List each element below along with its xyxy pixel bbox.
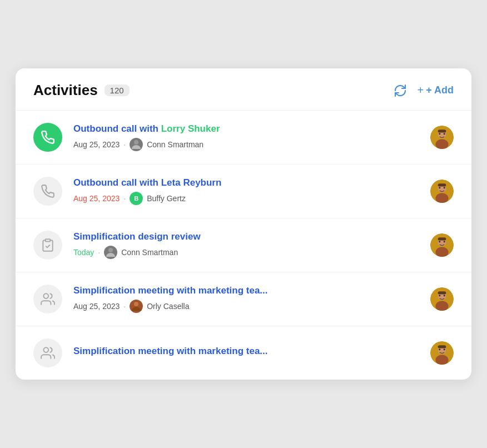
activity-content-4: Simplification meeting with marketing te… <box>73 285 419 313</box>
activity-count-badge: 120 <box>105 84 130 96</box>
svg-point-34 <box>444 349 445 350</box>
page-title: Activities <box>33 82 98 99</box>
activity-icon-group-2 <box>33 339 62 367</box>
activity-date-1: Aug 25, 2023 <box>73 140 120 149</box>
svg-point-0 <box>134 140 138 145</box>
activity-content-2: Outbound call with Leta Reyburn Aug 25, … <box>73 177 419 205</box>
activity-icon-group <box>33 285 62 313</box>
activity-item-4[interactable]: Simplification meeting with marketing te… <box>16 272 471 326</box>
activity-title-5: Simplification meeting with marketing te… <box>73 346 419 357</box>
title-person-1: Lorry Shuker <box>161 123 220 134</box>
svg-rect-12 <box>438 183 446 186</box>
svg-point-26 <box>439 295 440 296</box>
clipboard-icon <box>41 238 55 252</box>
face-avatar-4 <box>430 287 454 311</box>
activity-content-3: Simplification design review Today · Con… <box>73 231 419 259</box>
activity-title-2: Outbound call with Leta Reyburn <box>73 177 419 188</box>
svg-point-5 <box>444 133 445 135</box>
svg-point-21 <box>43 293 48 298</box>
add-label: + Add <box>426 84 454 96</box>
activity-item-2[interactable]: Outbound call with Leta Reyburn Aug 25, … <box>16 165 471 218</box>
activities-header: Activities 120 + + Add <box>16 68 471 111</box>
title-prefix-5: Simplification meeting with marketing te… <box>73 346 268 356</box>
activity-item-1[interactable]: Outbound call with Lorry Shuker Aug 25, … <box>16 111 471 165</box>
activity-content-5: Simplification meeting with marketing te… <box>73 346 419 360</box>
meta-user-3: Conn Smartman <box>121 248 178 257</box>
svg-point-22 <box>134 302 138 306</box>
meta-dot-3: · <box>98 248 100 257</box>
refresh-icon <box>394 84 407 97</box>
activity-meta-2: Aug 25, 2023 · B Buffy Gertz <box>73 192 419 205</box>
group-icon-2 <box>41 346 55 360</box>
title-person-2: Leta Reyburn <box>161 177 222 188</box>
activity-item-3[interactable]: Simplification design review Today · Con… <box>16 218 471 272</box>
svg-rect-35 <box>438 345 446 348</box>
meta-avatar-2: B <box>130 192 143 205</box>
meta-dot-4: · <box>123 302 126 311</box>
svg-rect-28 <box>438 291 446 294</box>
activity-meta-4: Aug 25, 2023 · Orly Casella <box>73 300 419 313</box>
svg-point-19 <box>444 241 445 242</box>
activity-icon-phone-green <box>33 123 62 152</box>
meta-user-2: Buffy Gertz <box>147 194 186 203</box>
face-avatar-2 <box>430 180 454 203</box>
svg-point-27 <box>444 295 445 296</box>
title-prefix-4: Simplification meeting with marketing te… <box>73 285 268 296</box>
title-prefix-3: Simplification design review <box>73 231 201 242</box>
meta-dot-1: · <box>123 140 126 149</box>
meta-dot-2: · <box>123 194 126 203</box>
svg-rect-13 <box>46 239 51 241</box>
activity-date-2: Aug 25, 2023 <box>73 194 120 203</box>
title-prefix-1: Outbound call with <box>73 123 161 134</box>
activity-item-5[interactable]: Simplification meeting with marketing te… <box>16 326 471 380</box>
activity-content-1: Outbound call with Lorry Shuker Aug 25, … <box>73 123 419 151</box>
title-prefix-2: Outbound call with <box>73 177 161 188</box>
header-actions: + + Add <box>394 84 454 97</box>
activity-title-4: Simplification meeting with marketing te… <box>73 285 419 296</box>
svg-point-18 <box>439 241 440 242</box>
svg-rect-6 <box>438 130 446 132</box>
add-button[interactable]: + + Add <box>417 84 454 97</box>
activity-icon-clipboard <box>33 231 62 260</box>
assignee-avatar-1 <box>430 126 454 149</box>
face-avatar-1 <box>430 126 454 149</box>
assignee-avatar-3 <box>430 233 454 257</box>
meta-avatar-1 <box>130 138 143 151</box>
face-avatar-5 <box>430 341 454 365</box>
assignee-avatar-5 <box>430 341 454 365</box>
header-left: Activities 120 <box>33 82 130 99</box>
svg-point-33 <box>439 349 440 350</box>
svg-rect-20 <box>438 237 446 240</box>
activity-meta-1: Aug 25, 2023 · Conn Smartman <box>73 138 419 151</box>
meta-avatar-3 <box>104 246 117 259</box>
meta-user-4: Orly Casella <box>147 302 189 311</box>
face-avatar-3 <box>430 233 454 257</box>
activity-title-3: Simplification design review <box>73 231 419 242</box>
svg-point-14 <box>108 248 113 252</box>
activity-title-1: Outbound call with Lorry Shuker <box>73 123 419 135</box>
svg-point-10 <box>439 187 440 188</box>
assignee-avatar-4 <box>430 287 454 311</box>
refresh-button[interactable] <box>394 84 407 97</box>
phone-icon-2 <box>41 184 55 198</box>
assignee-avatar-2 <box>430 180 454 203</box>
svg-point-11 <box>444 187 445 188</box>
activity-date-4: Aug 25, 2023 <box>73 302 120 311</box>
activity-date-3: Today <box>73 248 94 257</box>
activity-meta-3: Today · Conn Smartman <box>73 246 419 259</box>
activity-icon-phone-gray <box>33 177 62 206</box>
group-icon <box>41 292 55 306</box>
add-icon: + <box>417 84 424 97</box>
svg-point-4 <box>439 133 440 135</box>
meta-avatar-4 <box>130 300 143 313</box>
svg-point-29 <box>43 347 48 352</box>
activities-card: Activities 120 + + Add <box>16 68 471 380</box>
phone-icon <box>41 130 55 145</box>
meta-user-1: Conn Smartman <box>147 140 203 149</box>
